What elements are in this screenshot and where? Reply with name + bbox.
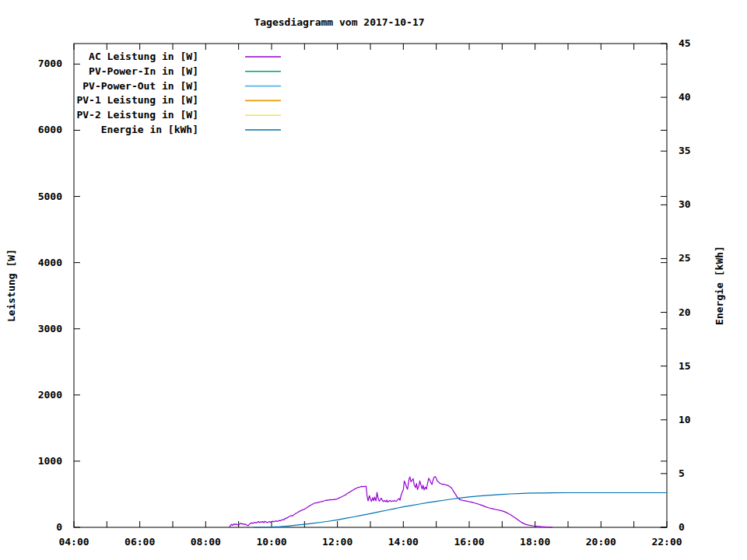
plot-area: 04:0006:0008:0010:0012:0014:0016:0018:00… — [0, 0, 747, 560]
y-right-tick-label: 15 — [679, 360, 691, 372]
legend-label: AC Leistung in [W] — [89, 51, 198, 62]
y-right-tick-label: 20 — [679, 306, 691, 318]
y-right-tick-label: 45 — [679, 37, 691, 49]
legend-label: PV-Power-In in [W] — [89, 65, 198, 77]
x-tick-label: 08:00 — [191, 536, 221, 548]
x-tick-label: 04:00 — [58, 536, 89, 548]
x-tick-label: 12:00 — [322, 536, 352, 548]
y-left-tick-label: 0 — [56, 521, 62, 533]
y-right-tick-label: 40 — [679, 91, 691, 103]
y-right-tick-label: 0 — [679, 521, 685, 533]
y-left-tick-label: 3000 — [38, 323, 62, 334]
legend-label: PV-1 Leistung in [W] — [76, 94, 198, 106]
x-tick-label: 16:00 — [454, 536, 484, 548]
y-left-tick-label: 7000 — [38, 58, 62, 69]
legend-label: PV-2 Leistung in [W] — [76, 109, 198, 121]
chart-canvas: Tagesdiagramm vom 2017-10-17 Leistung [W… — [0, 0, 747, 560]
series-line-ac-leistung — [230, 477, 552, 527]
x-tick-label: 18:00 — [520, 536, 550, 548]
y-left-tick-label: 5000 — [38, 191, 62, 202]
y-right-tick-label: 35 — [679, 145, 691, 156]
legend-label: PV-Power-Out in [W] — [82, 80, 198, 92]
x-tick-label: 10:00 — [256, 536, 286, 548]
y-left-tick-label: 4000 — [38, 257, 62, 268]
x-tick-label: 06:00 — [124, 536, 155, 548]
x-tick-label: 22:00 — [651, 536, 682, 548]
legend-label: Energie in [kWh] — [101, 124, 198, 135]
x-tick-label: 20:00 — [586, 536, 616, 548]
y-right-tick-label: 30 — [679, 198, 691, 210]
y-right-tick-label: 10 — [679, 414, 691, 425]
x-tick-label: 14:00 — [388, 536, 419, 548]
y-left-tick-label: 2000 — [38, 389, 62, 401]
series-line-energie — [254, 493, 667, 528]
y-left-tick-label: 1000 — [38, 455, 62, 467]
y-left-tick-label: 6000 — [38, 124, 62, 135]
y-right-tick-label: 5 — [679, 467, 685, 479]
y-right-tick-label: 25 — [679, 252, 691, 264]
